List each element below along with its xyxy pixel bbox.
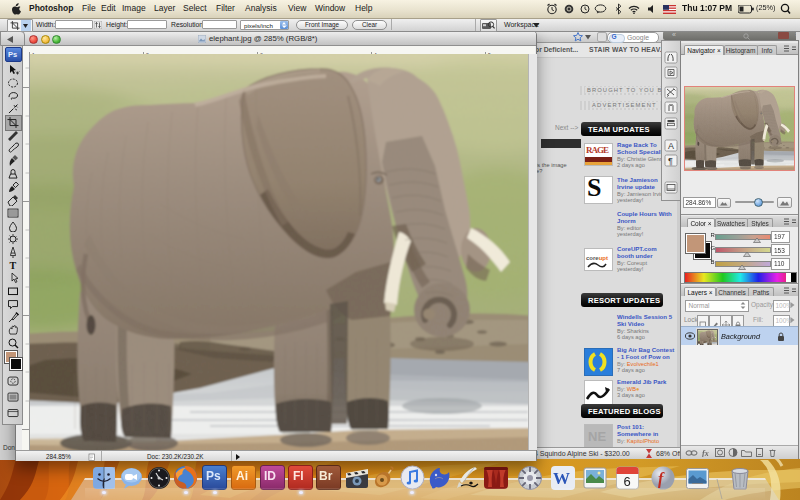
svg-text:A: A: [668, 141, 674, 151]
svg-text:6: 6: [624, 474, 631, 489]
svg-text:¶: ¶: [668, 156, 673, 166]
svg-text:T: T: [9, 260, 16, 271]
svg-text:W: W: [553, 469, 570, 488]
